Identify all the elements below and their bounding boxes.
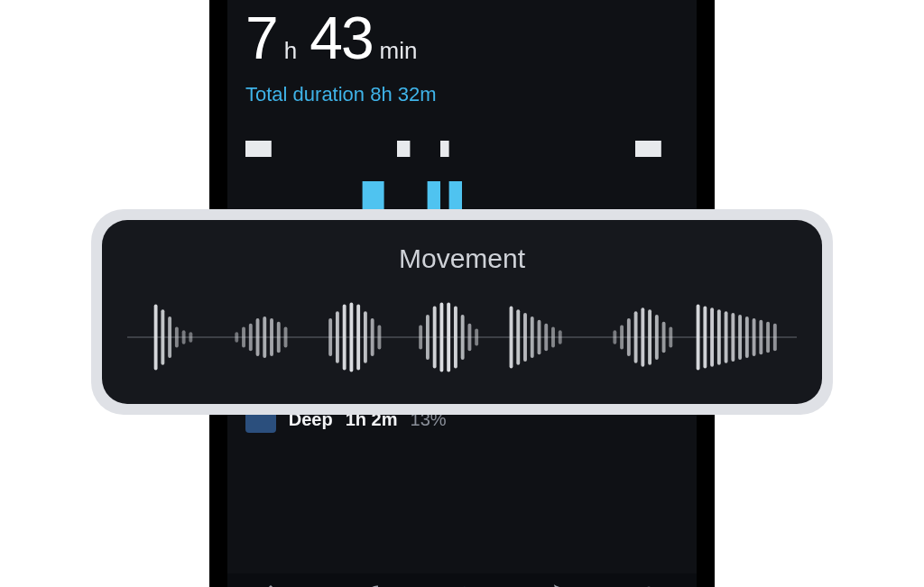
svg-rect-12 (635, 141, 661, 157)
svg-rect-45 (475, 328, 478, 345)
sleep-minutes-unit: min (380, 37, 418, 65)
home-icon (257, 583, 284, 588)
svg-rect-47 (516, 309, 520, 364)
leaf-icon (356, 583, 383, 588)
svg-rect-32 (349, 303, 353, 372)
svg-rect-38 (426, 315, 430, 360)
svg-rect-6 (397, 141, 410, 157)
svg-rect-19 (182, 330, 186, 344)
svg-rect-60 (655, 315, 659, 360)
svg-rect-26 (270, 318, 273, 356)
svg-rect-74 (773, 324, 777, 352)
svg-rect-52 (551, 326, 555, 347)
svg-rect-18 (175, 326, 179, 347)
svg-rect-21 (235, 332, 238, 343)
svg-rect-16 (161, 309, 164, 364)
svg-rect-46 (510, 306, 513, 368)
svg-rect-65 (710, 307, 714, 366)
svg-rect-0 (245, 141, 272, 157)
svg-rect-59 (648, 309, 651, 364)
svg-rect-28 (284, 326, 288, 347)
movement-card: Movement (91, 209, 833, 415)
movement-title: Movement (127, 243, 797, 274)
svg-rect-34 (364, 311, 367, 363)
sleep-minutes-value: 43 (310, 4, 372, 72)
svg-rect-22 (242, 326, 245, 347)
svg-rect-23 (249, 324, 253, 352)
svg-rect-39 (433, 306, 437, 368)
svg-rect-51 (544, 324, 548, 352)
sleep-hours-unit: h (284, 37, 297, 65)
nav-explore[interactable]: Explore (629, 583, 669, 588)
svg-rect-57 (634, 311, 638, 363)
svg-rect-64 (703, 306, 707, 368)
svg-rect-42 (454, 306, 457, 368)
sleep-total-duration: Total duration 8h 32m (245, 83, 679, 106)
svg-rect-62 (669, 326, 672, 347)
svg-rect-73 (766, 322, 770, 353)
movement-card-inner: Movement (102, 220, 822, 404)
svg-rect-9 (440, 141, 449, 157)
moon-icon (453, 583, 480, 588)
svg-rect-44 (467, 324, 471, 352)
svg-rect-33 (356, 305, 360, 371)
movement-chart (127, 301, 797, 373)
svg-rect-31 (343, 305, 346, 371)
svg-rect-25 (263, 316, 266, 358)
svg-rect-71 (753, 318, 756, 356)
nav-readiness[interactable]: Readiness (341, 583, 396, 588)
svg-rect-29 (328, 318, 332, 356)
sleep-hours-value: 7 (245, 4, 277, 72)
svg-rect-49 (531, 316, 534, 358)
svg-rect-35 (371, 318, 374, 356)
svg-rect-70 (745, 316, 749, 358)
svg-rect-55 (620, 326, 624, 350)
svg-rect-48 (523, 313, 527, 362)
svg-rect-67 (725, 311, 728, 363)
svg-rect-40 (439, 303, 443, 372)
svg-rect-53 (559, 330, 562, 344)
svg-rect-54 (613, 330, 616, 344)
svg-rect-17 (168, 316, 171, 358)
svg-rect-43 (461, 315, 465, 360)
svg-rect-30 (336, 311, 339, 363)
sleep-total: 7 h 43 min (245, 0, 679, 72)
svg-rect-58 (641, 307, 644, 366)
svg-rect-50 (538, 320, 541, 354)
svg-rect-69 (738, 315, 742, 360)
svg-rect-24 (256, 318, 260, 356)
bottom-nav: Home Readiness Sleep Activity (227, 573, 697, 587)
svg-rect-27 (277, 322, 281, 353)
svg-rect-61 (662, 322, 666, 353)
svg-rect-41 (447, 303, 450, 372)
svg-rect-56 (627, 318, 631, 356)
nav-home[interactable]: Home (255, 583, 287, 588)
svg-rect-36 (377, 326, 381, 350)
flame-icon (542, 583, 569, 588)
svg-rect-63 (697, 305, 700, 371)
nav-activity[interactable]: Activity (537, 583, 574, 588)
svg-rect-68 (731, 313, 735, 362)
nav-sleep[interactable]: Sleep (452, 583, 482, 588)
svg-rect-37 (419, 326, 422, 350)
svg-rect-66 (717, 309, 721, 364)
svg-rect-20 (189, 332, 192, 343)
svg-rect-72 (759, 320, 762, 354)
svg-rect-15 (154, 305, 158, 371)
sparkle-icon (635, 583, 662, 588)
